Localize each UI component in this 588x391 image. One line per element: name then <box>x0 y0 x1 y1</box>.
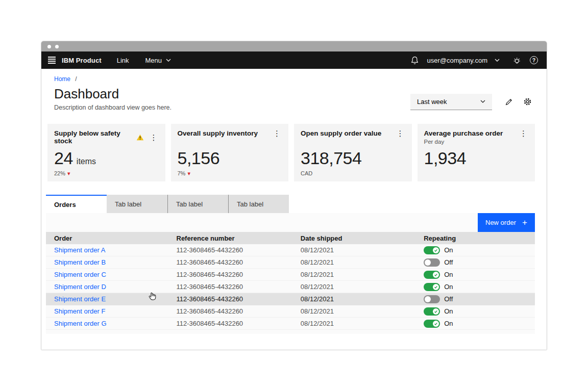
repeating-cell: Off <box>415 258 535 267</box>
card-title: Overall supply inventory <box>178 129 258 137</box>
toggle-state-label: Off <box>444 258 453 266</box>
window-titlebar <box>41 41 547 51</box>
column-header-repeating: Repeating <box>415 234 535 242</box>
breadcrumb-separator: / <box>75 75 77 83</box>
time-range-value: Last week <box>417 98 447 106</box>
repeating-toggle[interactable] <box>424 307 440 316</box>
tab-label: Tab label <box>176 200 203 208</box>
help-button[interactable]: ? <box>525 51 543 69</box>
toggle-knob <box>425 296 431 302</box>
breadcrumb-home-link[interactable]: Home <box>54 75 70 83</box>
page-content: Home / Dashboard Description of dashboar… <box>41 69 547 350</box>
table-row[interactable]: Shipment order E 112-3608465-4432260 08/… <box>46 293 535 305</box>
reference-cell: 112-3608465-4432260 <box>168 246 292 254</box>
tab[interactable]: Orders <box>46 195 107 213</box>
overflow-menu-button[interactable]: ⋮ <box>149 134 159 141</box>
table-header-row: Order Reference number Date shipped Repe… <box>46 232 535 244</box>
chevron-down-icon <box>480 100 485 103</box>
table-row[interactable]: Shipment order A 112-3608465-4432260 08/… <box>46 244 535 256</box>
chevron-down-icon <box>166 59 171 62</box>
kpi-card-supply-below-safety-stock: Supply below safety stock ⋮ 24 items <box>47 124 165 181</box>
repeating-toggle[interactable] <box>424 271 440 279</box>
tab[interactable]: Tab label <box>107 195 167 213</box>
repeating-toggle[interactable] <box>424 246 440 254</box>
order-link[interactable]: Shipment order G <box>54 320 107 327</box>
date-shipped-cell: 08/12/2021 <box>292 320 415 327</box>
repeating-toggle[interactable] <box>424 320 440 328</box>
table-row[interactable]: Shipment order G 112-3608465-4432260 08/… <box>46 318 535 330</box>
table-row[interactable]: Shipment order D 112-3608465-4432260 08/… <box>46 281 535 293</box>
hamburger-menu-button[interactable] <box>41 51 62 69</box>
overflow-menu-button[interactable]: ⋮ <box>519 129 528 137</box>
repeating-toggle[interactable] <box>424 295 440 303</box>
check-icon <box>434 309 438 314</box>
plus-icon: + <box>522 218 527 227</box>
edit-button[interactable] <box>501 94 517 110</box>
kpi-cards: Supply below safety stock ⋮ 24 items <box>47 124 535 181</box>
nav-link[interactable]: Link <box>117 57 129 64</box>
table-row[interactable]: Shipment order F 112-3608465-4432260 08/… <box>46 305 535 318</box>
repeating-cell: On <box>415 320 535 328</box>
toggle-state-label: On <box>444 320 453 327</box>
repeating-toggle[interactable] <box>424 258 440 267</box>
chevron-down-icon <box>495 59 500 62</box>
window-dot[interactable] <box>55 45 59 48</box>
repeating-toggle[interactable] <box>424 283 440 291</box>
table-row[interactable]: Shipment order C 112-3608465-4432260 08/… <box>46 269 535 281</box>
new-order-button[interactable]: New order + <box>478 213 535 232</box>
tab[interactable]: Tab label <box>167 195 228 213</box>
toggle-state-label: On <box>444 283 453 291</box>
reference-cell: 112-3608465-4432260 <box>168 295 292 303</box>
date-shipped-cell: 08/12/2021 <box>292 307 415 315</box>
overflow-menu-button[interactable]: ⋮ <box>396 129 405 137</box>
check-icon <box>434 248 438 252</box>
date-shipped-cell: 08/12/2021 <box>292 295 415 303</box>
repeating-cell: Off <box>415 295 535 303</box>
card-value: 1,934 <box>424 149 467 167</box>
table-row[interactable]: Shipment order B 112-3608465-4432260 08/… <box>46 256 535 269</box>
time-range-dropdown[interactable]: Last week <box>410 94 492 110</box>
settings-button[interactable] <box>520 94 535 110</box>
tab[interactable]: Tab label <box>228 195 289 213</box>
product-name: IBM Product <box>62 57 102 64</box>
table-footer-spacer <box>46 330 535 334</box>
hamburger-icon <box>48 57 56 64</box>
page-description: Description of dashboard view goes here. <box>54 104 172 111</box>
check-icon <box>434 273 438 277</box>
tab-label: Tab label <box>115 200 141 208</box>
toggle-knob <box>433 284 439 290</box>
app-window: IBM Product Link Menu user@company.com <box>41 41 547 350</box>
date-shipped-cell: 08/12/2021 <box>292 246 415 254</box>
reference-cell: 112-3608465-4432260 <box>168 283 292 291</box>
check-icon <box>434 285 438 289</box>
repeating-cell: On <box>415 271 535 279</box>
reference-cell: 112-3608465-4432260 <box>168 307 292 315</box>
order-link[interactable]: Shipment order A <box>54 246 105 254</box>
notifications-button[interactable] <box>407 51 423 69</box>
repeating-cell: On <box>415 246 535 254</box>
order-link[interactable]: Shipment order F <box>54 307 105 315</box>
window-dot[interactable] <box>47 45 51 48</box>
card-value-suffix: items <box>77 157 96 166</box>
date-shipped-cell: 08/12/2021 <box>292 271 415 278</box>
tab-label: Tab label <box>237 200 263 208</box>
orders-table: Order Reference number Date shipped Repe… <box>46 232 535 334</box>
account-menu[interactable]: user@company.com <box>427 57 500 64</box>
toggle-knob <box>425 259 431 266</box>
bell-icon <box>410 56 419 65</box>
overflow-menu-button[interactable]: ⋮ <box>272 129 282 137</box>
reference-cell: 112-3608465-4432260 <box>168 320 292 327</box>
card-delta: 22% <box>54 170 65 176</box>
order-link[interactable]: Shipment order D <box>54 283 106 291</box>
toggle-knob <box>433 272 439 278</box>
order-link[interactable]: Shipment order B <box>54 258 106 266</box>
trend-down-icon <box>187 170 190 177</box>
nav-menu[interactable]: Menu <box>145 57 172 64</box>
card-value: 318,754 <box>301 149 361 167</box>
light-icon <box>512 56 521 65</box>
column-header-date-shipped: Date shipped <box>292 234 415 242</box>
order-link[interactable]: Shipment order C <box>54 271 106 278</box>
toggle-state-label: On <box>444 307 453 315</box>
order-link[interactable]: Shipment order E <box>54 295 106 303</box>
theme-light-button[interactable] <box>508 51 525 69</box>
